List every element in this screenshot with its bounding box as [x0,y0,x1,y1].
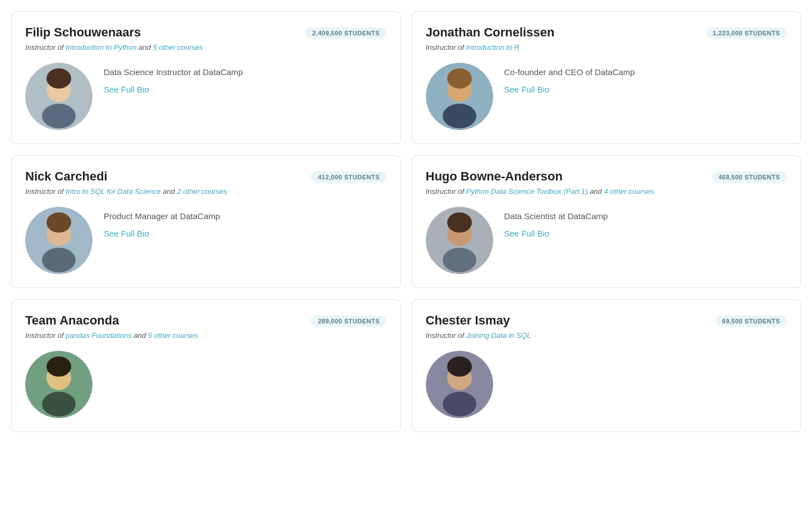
card-body-chester [426,351,787,418]
instructor-of-anaconda: Instructor of pandas Foundations and 5 o… [25,331,387,340]
avatar-hugo [426,207,493,274]
instructor-card-anaconda: Team Anaconda 289,000 STUDENTS Instructo… [11,299,401,432]
card-header-nick: Nick Carchedi 412,000 STUDENTS [25,169,387,184]
student-badge-anaconda: 289,000 STUDENTS [311,316,386,327]
course-link-hugo[interactable]: Python Data Science Toolbox (Part 1) [466,187,588,196]
instructor-of-chester: Instructor of Joining Data in SQL [426,331,787,340]
instructor-name-filip: Filip Schouwenaars [25,25,141,40]
see-bio-link-jonathan[interactable]: See Full Bio [504,85,635,94]
other-courses-link-hugo[interactable]: 4 other courses [604,187,655,196]
avatar-anaconda [25,351,92,418]
other-courses-link-filip[interactable]: 5 other courses [153,43,203,52]
card-header-hugo: Hugo Bowne-Anderson 468,500 STUDENTS [426,169,787,184]
svg-point-23 [447,356,472,377]
course-link-jonathan[interactable]: Introduction to R [466,43,519,52]
card-body-filip: Data Science Instructor at DataCamp See … [25,63,387,130]
card-info-jonathan: Co-founder and CEO of DataCamp See Full … [504,63,635,94]
job-title-jonathan: Co-founder and CEO of DataCamp [504,67,635,77]
instructor-of-hugo: Instructor of Python Data Science Toolbo… [426,187,787,196]
course-link-filip[interactable]: Introduction to Python [66,43,136,52]
course-link-anaconda[interactable]: pandas Foundations [66,331,132,340]
instructor-of-jonathan: Instructor of Introduction to R [426,43,787,52]
svg-point-22 [443,392,476,416]
instructor-name-chester: Chester Ismay [426,313,510,328]
svg-point-3 [47,68,71,89]
card-body-nick: Product Manager at DataCamp See Full Bio [25,207,387,274]
student-badge-jonathan: 1,223,000 STUDENTS [706,27,787,39]
instructor-name-hugo: Hugo Bowne-Anderson [426,169,563,184]
student-badge-hugo: 468,500 STUDENTS [712,171,787,183]
svg-point-7 [447,68,472,89]
card-header-anaconda: Team Anaconda 289,000 STUDENTS [25,313,387,328]
student-badge-chester: 69,500 STUDENTS [716,316,787,327]
card-body-hugo: Data Scientist at DataCamp See Full Bio [426,207,787,274]
job-title-filip: Data Science Instructor at DataCamp [104,67,243,77]
student-badge-nick: 412,000 STUDENTS [311,171,386,183]
svg-point-6 [443,104,476,128]
card-info-hugo: Data Scientist at DataCamp See Full Bio [504,207,608,238]
card-body-anaconda [25,351,387,418]
card-header-filip: Filip Schouwenaars 2,409,500 STUDENTS [25,25,387,40]
instructor-name-jonathan: Jonathan Cornelissen [426,25,555,40]
job-title-nick: Product Manager at DataCamp [104,211,220,221]
svg-point-15 [447,212,472,233]
avatar-jonathan [426,63,493,130]
other-courses-link-anaconda[interactable]: 5 other courses [148,331,198,340]
instructor-name-anaconda: Team Anaconda [25,313,119,328]
course-link-chester[interactable]: Joining Data in SQL [466,331,531,340]
student-badge-filip: 2,409,500 STUDENTS [305,27,386,39]
card-info-nick: Product Manager at DataCamp See Full Bio [104,207,220,238]
instructor-card-hugo: Hugo Bowne-Anderson 468,500 STUDENTS Ins… [412,155,801,288]
instructor-of-filip: Instructor of Introduction to Python and… [25,43,387,52]
card-header-chester: Chester Ismay 69,500 STUDENTS [426,313,787,328]
instructor-card-jonathan: Jonathan Cornelissen 1,223,000 STUDENTS … [412,11,801,144]
course-link-nick[interactable]: Intro to SQL for Data Science [66,187,161,196]
card-header-jonathan: Jonathan Cornelissen 1,223,000 STUDENTS [426,25,787,40]
see-bio-link-filip[interactable]: See Full Bio [104,85,243,94]
instructor-card-filip: Filip Schouwenaars 2,409,500 STUDENTS In… [11,11,401,144]
instructor-card-nick: Nick Carchedi 412,000 STUDENTS Instructo… [11,155,401,288]
see-bio-link-hugo[interactable]: See Full Bio [504,229,608,238]
svg-point-11 [47,212,71,233]
see-bio-link-nick[interactable]: See Full Bio [104,229,220,238]
instructors-grid: Filip Schouwenaars 2,409,500 STUDENTS In… [11,11,801,432]
svg-point-10 [42,248,76,272]
svg-point-2 [42,104,76,128]
instructor-card-chester: Chester Ismay 69,500 STUDENTS Instructor… [412,299,801,432]
avatar-nick [25,207,92,274]
avatar-chester [426,351,493,418]
svg-point-19 [47,356,71,377]
svg-point-18 [42,392,76,416]
card-body-jonathan: Co-founder and CEO of DataCamp See Full … [426,63,787,130]
card-info-filip: Data Science Instructor at DataCamp See … [104,63,243,94]
svg-point-14 [443,248,476,272]
other-courses-link-nick[interactable]: 2 other courses [177,187,228,196]
job-title-hugo: Data Scientist at DataCamp [504,211,608,221]
instructor-name-nick: Nick Carchedi [25,169,108,184]
avatar-filip [25,63,92,130]
instructor-of-nick: Instructor of Intro to SQL for Data Scie… [25,187,387,196]
